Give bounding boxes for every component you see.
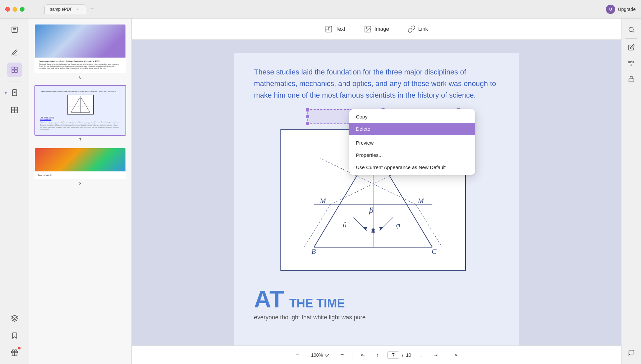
lock-icon-right[interactable] [625,72,638,86]
close-edit-button[interactable]: × [451,350,461,360]
sidebar-icon-gift[interactable] [7,345,22,360]
context-menu-divider [349,136,475,136]
thumbnail-page-8[interactable]: Content of page 8... 8 [34,148,126,186]
svg-text:β: β [369,205,373,214]
traffic-lights [0,7,25,12]
go-prev-button[interactable]: ↑ [373,350,382,360]
right-sidebar: PDF A [621,19,641,364]
svg-rect-5 [15,67,17,69]
svg-text:M: M [418,197,424,205]
bottom-divider-1 [353,351,353,359]
svg-text:C: C [432,247,437,255]
go-first-button[interactable]: ⇤ [358,350,368,360]
pdf-page: These studies laid the foundation for th… [234,53,519,351]
context-menu-use-appearance[interactable]: Use Current Appearance as New Default [349,161,475,173]
svg-rect-11 [11,107,14,110]
text-tool-button[interactable]: T Text [321,23,349,36]
right-divider-1 [625,38,637,39]
svg-line-43 [353,217,367,231]
edit-toolbar: T Text Image Link [132,19,621,40]
svg-point-28 [366,27,367,28]
upgrade-button[interactable]: U Upgrade [606,5,636,14]
pdf-icon-right[interactable]: PDF A [625,57,638,70]
sidebar-icon-bookmark[interactable] [7,328,22,343]
thumb7-body: light with no other color, and colored l… [40,121,120,130]
tab-bar: samplePDF × + [44,4,97,14]
handle-ml[interactable] [306,115,309,118]
sidebar-icon-organize[interactable] [7,103,22,117]
thumbnail-image-7: These studies laid the foundation for th… [34,85,126,136]
sidebar-icon-reader[interactable] [7,23,22,37]
total-pages: 10 [406,352,411,358]
svg-text:T: T [326,29,328,31]
thumb7-paragraph: These studies laid the foundation for th… [40,90,120,93]
bottom-toolbar: − 100% + ⇤ ↑ / 10 ↓ ⇥ × [132,345,621,364]
upgrade-label: Upgrade [618,7,636,12]
handle-tl[interactable] [306,108,309,112]
sidebar-icon-pages[interactable] [7,85,22,100]
image-tool-label: Image [374,26,389,32]
svg-text:M: M [320,197,326,205]
zoom-out-button[interactable]: − [292,350,303,360]
svg-marker-41 [371,229,375,234]
pdf-intro-paragraph: These studies laid the foundation for th… [254,66,499,101]
context-menu: Copy Delete Preview Properties... Use Cu… [349,109,475,175]
sidebar-icon-layers[interactable] [7,311,22,326]
handle-bl[interactable] [306,122,309,125]
sidebar-icon-annotate[interactable] [7,45,22,60]
svg-text:θ: θ [343,221,347,229]
svg-rect-13 [11,110,14,113]
tab-samplepdf[interactable]: samplePDF × [44,4,86,14]
thumbnail-page-7[interactable]: These studies laid the foundation for th… [34,85,126,142]
page-separator: / [402,352,403,358]
thumb6-text: Newton graduated from Trinity College, C… [35,58,125,72]
left-sidebar [0,19,29,364]
context-menu-properties[interactable]: Properties... [349,149,475,161]
thumbnail-image-6: Newton graduated from Trinity College, C… [34,24,126,73]
titlebar: samplePDF × + U Upgrade [0,0,641,19]
comment-icon-right[interactable] [625,346,638,359]
text-tool-label: Text [335,26,345,32]
sidebar-divider-1 [8,41,21,41]
svg-text:B: B [311,247,316,255]
image-tool-button[interactable]: Image [360,23,393,36]
sub-text: everyone thought that white light was pu… [254,314,499,321]
thumbnail-page-number-7: 7 [34,138,126,142]
at-the-time-section: AT THE TIME [254,278,499,313]
thumb7-link: https://updf.com/ [40,119,120,120]
zoom-level-display: 100% [308,352,331,358]
main-content: These studies laid the foundation for th… [132,40,621,364]
go-last-button[interactable]: ⇥ [431,350,440,360]
context-menu-delete[interactable]: Delete [349,123,475,135]
link-tool-button[interactable]: Link [404,23,432,36]
close-window-button[interactable] [5,7,10,12]
thumb6-image [35,24,125,58]
zoom-in-button[interactable]: + [337,350,347,360]
go-next-button[interactable]: ↓ [417,350,426,360]
thumbnail-page-6[interactable]: Newton graduated from Trinity College, C… [34,24,126,80]
thumbnail-page-number-6: 6 [34,75,126,80]
thumb7-diagram [67,95,94,114]
thumb8-image [35,148,125,171]
context-menu-copy[interactable]: Copy [349,111,475,123]
context-menu-preview[interactable]: Preview [349,137,475,149]
svg-rect-12 [15,107,17,110]
thumbnail-panel: Newton graduated from Trinity College, C… [29,19,132,364]
thumb7-title: AT THETIME [40,116,120,119]
sidebar-divider-2 [8,81,21,81]
bottom-divider-2 [446,351,446,359]
minimize-window-button[interactable] [13,7,17,12]
search-icon-right[interactable] [625,23,638,36]
svg-line-19 [80,97,90,113]
svg-rect-14 [15,110,17,113]
edit-icon-right[interactable] [625,41,638,54]
thumbnail-image-8: Content of page 8... [34,148,126,179]
maximize-window-button[interactable] [20,7,25,12]
tab-close-button[interactable]: × [75,7,80,12]
sidebar-icon-edit[interactable] [7,63,22,77]
thumbnail-page-number-8: 8 [34,181,126,186]
svg-line-30 [632,31,634,32]
tab-add-button[interactable]: + [87,5,97,14]
current-page-input[interactable] [387,351,399,359]
svg-point-29 [629,27,633,32]
